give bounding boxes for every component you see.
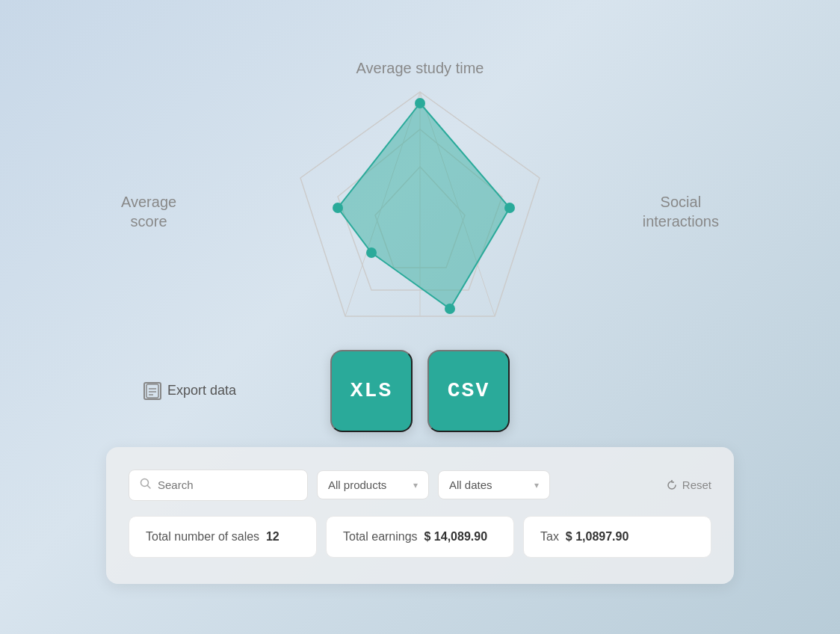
export-label: Export data <box>143 382 236 400</box>
svg-point-12 <box>366 247 377 258</box>
radar-label-left: Average score <box>121 192 176 231</box>
radar-chart <box>256 70 584 354</box>
filters-row: All products ▾ All dates ▾ Reset <box>129 470 711 501</box>
dates-dropdown[interactable]: All dates ▾ <box>438 470 550 499</box>
search-input[interactable] <box>158 478 297 491</box>
reset-button[interactable]: Reset <box>666 478 711 491</box>
search-icon <box>140 478 152 493</box>
svg-point-11 <box>445 304 455 314</box>
bottom-panel: All products ▾ All dates ▾ Reset Total n… <box>106 447 734 584</box>
svg-line-19 <box>148 485 151 488</box>
main-container: Average study time Average score Social … <box>99 51 741 584</box>
xls-button[interactable]: XLS <box>330 350 413 432</box>
dates-chevron-icon: ▾ <box>534 480 539 490</box>
svg-point-9 <box>415 98 425 108</box>
radar-label-right: Social interactions <box>643 192 719 231</box>
search-wrapper[interactable] <box>129 470 308 501</box>
csv-button[interactable]: CSV <box>427 350 510 432</box>
radar-section: Average study time Average score Social … <box>99 51 741 372</box>
sales-stat-card: Total number of sales 12 <box>129 516 317 558</box>
svg-marker-8 <box>338 103 510 309</box>
svg-point-13 <box>333 203 343 213</box>
export-text: Export data <box>167 383 236 398</box>
export-icon <box>143 382 161 400</box>
stats-row: Total number of sales 12 Total earnings … <box>129 516 711 558</box>
tax-stat-card: Tax $ 1,0897.90 <box>523 516 711 558</box>
svg-rect-14 <box>146 384 158 398</box>
products-chevron-icon: ▾ <box>413 480 418 490</box>
products-dropdown[interactable]: All products ▾ <box>317 470 429 499</box>
svg-point-10 <box>504 203 515 213</box>
export-section: Export data XLS CSV <box>99 350 741 432</box>
earnings-stat-card: Total earnings $ 14,089.90 <box>326 516 514 558</box>
